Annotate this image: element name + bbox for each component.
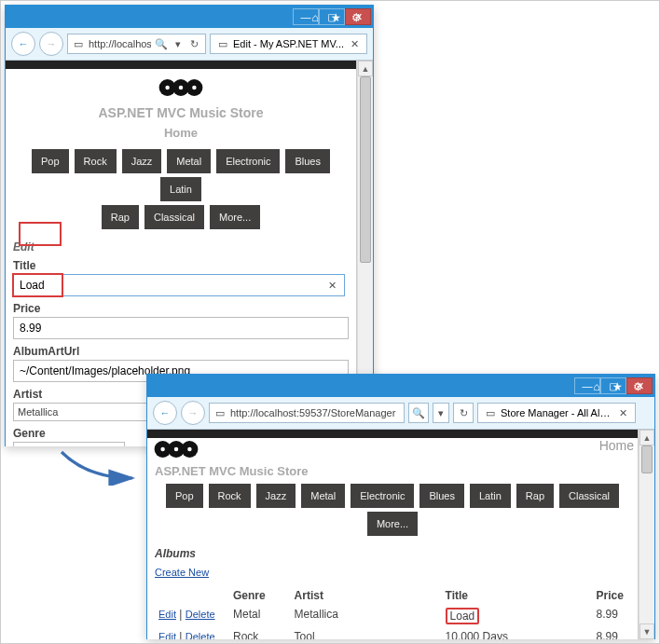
category-chip[interactable]: Pop [166,484,203,508]
logo [151,436,201,465]
table-row: Edit | Delete Metal Metallica Load 8.99 [155,605,630,627]
cell-artist: Metallica [291,605,442,627]
svg-point-9 [160,447,165,452]
brand-title: ASP.NET MVC Music Store [155,464,630,478]
home-icon[interactable]: ⌂ [306,8,324,27]
category-chip[interactable]: Jazz [256,484,296,508]
table-row: Edit | Delete Rock Tool 10,000 Days 8.99 [155,627,630,639]
section-heading: Edit [13,240,349,253]
browser-window-albums: — ▢ ✕ ← → ▭ http://localhost:59537/Store… [146,374,655,639]
category-chip[interactable]: Classical [144,205,204,229]
category-chip[interactable]: More... [367,512,418,536]
category-chip[interactable]: Rap [516,484,554,508]
price-input[interactable] [20,322,342,335]
category-chip[interactable]: Rap [102,205,139,229]
category-chip[interactable]: Latin [470,484,511,508]
delete-link[interactable]: Delete [186,609,215,620]
search-icon[interactable]: 🔍 [155,37,168,50]
logo [13,75,349,103]
url-text: http://localhost:59537/Store [89,38,151,49]
column-header: Artist [291,586,442,605]
category-chip[interactable]: More... [210,205,260,229]
scroll-up-icon[interactable]: ▲ [358,61,373,76]
dropdown-icon[interactable]: ▾ [433,403,449,423]
vertical-scrollbar[interactable]: ▲ ▼ [639,430,654,639]
cell-artist: Tool [291,627,442,639]
tab-close-icon[interactable]: ✕ [348,37,361,50]
category-chip[interactable]: Metal [167,149,211,173]
price-input-wrap [13,317,349,339]
tab-title: Store Manager - All Albums... [501,407,612,418]
forward-button[interactable]: → [181,401,205,425]
address-bar[interactable]: ▭ http://localhost:59537/Store 🔍 ▾ ↻ [67,34,206,54]
browser-tab[interactable]: ▭ Store Manager - All Albums... ✕ [477,403,636,423]
top-stripe [147,430,638,438]
category-chip[interactable]: Electronic [351,484,414,508]
search-icon[interactable]: 🔍 [408,403,429,423]
clear-icon[interactable]: ✕ [325,279,338,292]
favorites-icon[interactable]: ★ [608,377,626,396]
url-text: http://localhost:59537/StoreManager [230,407,400,418]
refresh-icon[interactable]: ↻ [453,403,474,423]
back-button[interactable]: ← [11,32,35,56]
tab-title: Edit - My ASP.NET MV... [233,38,344,49]
create-new-link[interactable]: Create New [155,567,209,578]
svg-point-3 [165,86,170,90]
top-stripe [6,61,356,69]
scroll-down-icon[interactable]: ▼ [639,623,654,639]
category-chip[interactable]: Pop [32,149,69,173]
category-chip[interactable]: Blues [419,484,464,508]
delete-link[interactable]: Delete [186,631,215,639]
forward-button[interactable]: → [39,32,63,56]
scroll-thumb[interactable] [641,445,653,473]
category-chip[interactable]: Jazz [122,149,162,173]
home-heading: Home [13,126,349,140]
edit-link[interactable]: Edit [158,609,176,620]
category-chip[interactable]: Classical [559,484,619,508]
column-header: Genre [229,586,291,605]
home-icon[interactable]: ⌂ [587,377,606,396]
category-bar: PopRockJazzMetalElectronicBluesLatin [13,147,349,203]
cell-title: Load [442,605,593,627]
browser-tab[interactable]: ▭ Edit - My ASP.NET MV... ✕ [210,34,367,54]
price-label: Price [13,302,349,315]
cell-title: 10,000 Days [442,627,593,639]
brand-title: ASP.NET MVC Music Store [13,105,349,120]
tools-icon[interactable]: ⚙ [628,377,647,396]
genre-select[interactable]: Metal ▾ [13,442,125,446]
title-input[interactable] [20,279,325,292]
svg-point-11 [187,447,192,452]
category-chip[interactable]: Blues [285,149,330,173]
section-heading: Albums [155,547,630,560]
tab-close-icon[interactable]: ✕ [616,406,629,419]
cell-price: 8.99 [593,627,630,639]
genre-value: Metal [18,445,43,446]
tools-icon[interactable]: ⚙ [347,8,365,27]
svg-point-5 [192,86,197,90]
page-icon: ▭ [72,37,85,50]
annotation-arrow [48,448,150,486]
category-chip[interactable]: Rock [209,484,251,508]
title-label: Title [13,259,349,272]
back-button[interactable]: ← [153,401,177,425]
favorites-icon[interactable]: ★ [326,8,345,27]
category-chip[interactable]: Metal [301,484,345,508]
dropdown-icon[interactable]: ▾ [172,37,185,50]
edit-link[interactable]: Edit [158,631,176,639]
albums-table: GenreArtistTitlePrice Edit | Delete Meta… [155,586,630,639]
category-chip[interactable]: Rock [75,149,117,173]
scroll-up-icon[interactable]: ▲ [639,430,654,445]
refresh-icon[interactable]: ↻ [188,37,201,50]
svg-point-10 [174,447,179,452]
category-bar: PopRockJazzMetalElectronicBluesLatinRapC… [155,482,630,538]
home-link[interactable]: Home [599,438,634,453]
artist-value: Metallica [18,406,58,418]
tab-favicon: ▭ [216,37,229,50]
window-tools: ⌂ ★ ⚙ [587,377,647,396]
category-chip[interactable]: Latin [160,177,201,201]
address-bar[interactable]: ▭ http://localhost:59537/StoreManager [209,403,405,423]
category-chip[interactable]: Electronic [216,149,280,173]
browser-chrome: ← → ▭ http://localhost:59537/StoreManage… [147,397,654,430]
page-icon: ▭ [213,406,227,419]
scroll-thumb[interactable] [360,76,371,263]
